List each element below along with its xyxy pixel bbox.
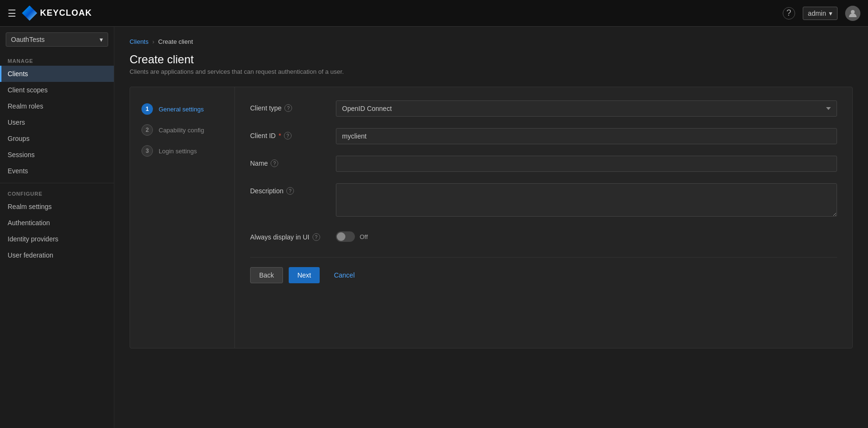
always-display-toggle[interactable]: [336, 231, 355, 242]
main-content: Clients › Create client Create client Cl…: [114, 27, 868, 428]
help-icon[interactable]: ?: [783, 7, 795, 20]
description-row: Description ?: [250, 183, 837, 218]
sidebar-item-users[interactable]: Users: [0, 114, 114, 130]
description-help-icon[interactable]: ?: [286, 187, 294, 195]
sidebar-item-user-federation[interactable]: User federation: [0, 247, 114, 263]
back-button[interactable]: Back: [250, 267, 283, 283]
step-3-circle: 3: [141, 145, 153, 157]
realm-name: OauthTests: [11, 36, 45, 43]
step-2-capability-config[interactable]: 2 Capability config: [138, 119, 227, 140]
sidebar-item-realm-roles[interactable]: Realm roles: [0, 98, 114, 114]
always-display-label: Always display in UI ?: [250, 229, 336, 241]
form-panel: Client type ? OpenID Connect SAML Client…: [235, 87, 852, 348]
toggle-knob: [337, 232, 345, 241]
client-id-input[interactable]: [336, 128, 837, 144]
sidebar-item-client-scopes[interactable]: Client scopes: [0, 82, 114, 98]
client-id-required-star: *: [279, 132, 281, 139]
step-2-circle: 2: [141, 124, 153, 136]
client-id-control: [336, 128, 837, 144]
name-row: Name ?: [250, 156, 837, 172]
topnav: ☰ KEYCLOAK ? admin ▾: [0, 0, 868, 27]
sidebar-item-sessions[interactable]: Sessions: [0, 147, 114, 163]
manage-section-label: Manage: [0, 54, 114, 66]
always-display-help-icon[interactable]: ?: [313, 233, 320, 241]
logo-text: KEYCLOAK: [40, 8, 92, 18]
sidebar-item-identity-providers[interactable]: Identity providers: [0, 231, 114, 247]
realm-selector[interactable]: OauthTests ▾: [6, 32, 108, 47]
client-type-help-icon[interactable]: ?: [284, 104, 292, 112]
client-id-label: Client ID * ?: [250, 128, 336, 139]
breadcrumb-link-clients[interactable]: Clients: [130, 38, 149, 45]
client-type-label: Client type ?: [250, 100, 336, 112]
action-bar: Back Next Cancel: [250, 257, 837, 285]
always-display-row: Always display in UI ? Off: [250, 229, 837, 242]
steps-panel: 1 General settings 2 Capability config 3…: [130, 87, 235, 348]
client-type-control: OpenID Connect SAML: [336, 100, 837, 117]
client-id-help-icon[interactable]: ?: [284, 132, 292, 139]
logo: KEYCLOAK: [22, 6, 92, 21]
description-control: [336, 183, 837, 218]
client-type-select[interactable]: OpenID Connect SAML: [336, 100, 837, 117]
svg-point-0: [851, 10, 855, 14]
step-1-general-settings[interactable]: 1 General settings: [138, 99, 227, 119]
step-3-login-settings[interactable]: 3 Login settings: [138, 140, 227, 161]
client-id-row: Client ID * ?: [250, 128, 837, 144]
sidebar-item-realm-settings[interactable]: Realm settings: [0, 199, 114, 215]
description-label: Description ?: [250, 183, 336, 195]
step-1-circle: 1: [141, 103, 153, 115]
client-type-row: Client type ? OpenID Connect SAML: [250, 100, 837, 117]
breadcrumb-current: Create client: [158, 38, 193, 45]
step-2-label: Capability config: [159, 127, 204, 134]
name-help-icon[interactable]: ?: [271, 159, 278, 167]
step-3-label: Login settings: [159, 148, 197, 155]
description-textarea[interactable]: [336, 183, 837, 217]
sidebar-divider: [0, 183, 114, 183]
breadcrumb-separator: ›: [152, 38, 154, 45]
sidebar-item-events[interactable]: Events: [0, 163, 114, 179]
configure-section-label: Configure: [0, 187, 114, 199]
logo-icon: [22, 6, 37, 21]
realm-chevron-icon: ▾: [100, 36, 103, 43]
sidebar-item-clients[interactable]: Clients: [0, 66, 114, 82]
avatar[interactable]: [845, 6, 860, 21]
cancel-button[interactable]: Cancel: [325, 267, 363, 283]
admin-label: admin: [808, 10, 826, 17]
step-1-label: General settings: [159, 106, 204, 113]
name-input[interactable]: [336, 156, 837, 172]
admin-dropdown[interactable]: admin ▾: [803, 7, 838, 20]
form-container: 1 General settings 2 Capability config 3…: [130, 87, 853, 348]
name-control: [336, 156, 837, 172]
sidebar-item-authentication[interactable]: Authentication: [0, 215, 114, 231]
next-button[interactable]: Next: [289, 267, 320, 283]
chevron-down-icon: ▾: [829, 10, 832, 17]
page-title: Create client: [130, 53, 853, 66]
always-display-state: Off: [360, 233, 368, 240]
page-subtitle: Clients are applications and services th…: [130, 68, 853, 75]
breadcrumb: Clients › Create client: [130, 38, 853, 45]
name-label: Name ?: [250, 156, 336, 167]
sidebar: OauthTests ▾ Manage Clients Client scope…: [0, 27, 114, 428]
always-display-control: Off: [336, 229, 837, 242]
sidebar-item-groups[interactable]: Groups: [0, 130, 114, 147]
hamburger-menu[interactable]: ☰: [8, 8, 16, 19]
